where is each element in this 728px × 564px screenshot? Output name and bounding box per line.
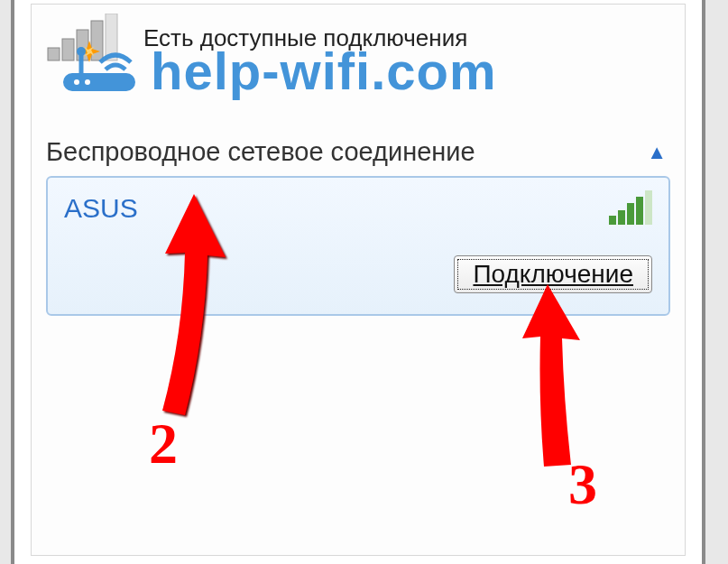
svg-rect-14 (627, 203, 634, 225)
chevron-up-icon: ▲ (647, 141, 667, 164)
svg-rect-2 (77, 30, 88, 60)
signal-available-icon (46, 14, 127, 63)
wireless-section-header[interactable]: Беспроводное сетевое соединение ▲ (46, 134, 670, 176)
network-ssid: ASUS (64, 193, 138, 224)
svg-point-8 (74, 79, 79, 85)
status-text: Есть доступные подключения (143, 24, 467, 52)
signal-strength-icon (609, 190, 652, 227)
svg-point-9 (85, 79, 90, 85)
svg-rect-4 (106, 14, 117, 60)
svg-rect-1 (62, 39, 74, 60)
wifi-flyout-panel: Есть доступные подключения help-wifi.com… (31, 4, 686, 556)
svg-rect-13 (618, 210, 625, 225)
svg-rect-15 (636, 197, 643, 225)
annotation-label-3: 3 (568, 451, 597, 518)
svg-rect-12 (609, 216, 616, 225)
network-item[interactable]: ASUS Подключение (46, 176, 670, 316)
svg-rect-16 (645, 190, 652, 225)
annotation-label-2: 2 (149, 411, 178, 477)
header-row: Есть доступные подключения (46, 12, 670, 63)
wireless-section-title: Беспроводное сетевое соединение (46, 137, 475, 167)
svg-rect-7 (63, 73, 135, 91)
svg-rect-0 (48, 48, 60, 60)
connect-button[interactable]: Подключение (454, 255, 652, 293)
